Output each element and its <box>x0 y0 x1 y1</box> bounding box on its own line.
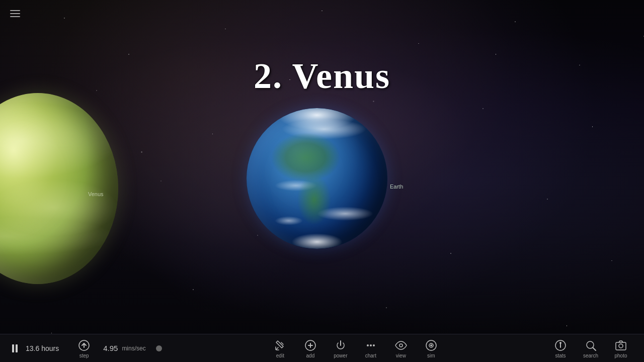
view-icon <box>394 338 408 352</box>
step-tool[interactable]: step <box>69 336 99 360</box>
view-label: view <box>396 353 406 358</box>
speed-display: 4.95 <box>103 344 118 352</box>
search-label: search <box>583 353 598 358</box>
search-icon <box>584 338 598 352</box>
add-tool[interactable]: add <box>295 336 326 360</box>
step-label: step <box>79 353 89 358</box>
edit-tool[interactable]: edit <box>265 336 295 360</box>
svg-point-18 <box>619 344 623 348</box>
svg-line-16 <box>593 347 596 350</box>
power-tool[interactable]: power <box>326 336 356 360</box>
menu-button[interactable] <box>10 10 20 17</box>
stats-icon <box>553 338 568 352</box>
svg-point-14 <box>560 342 561 343</box>
earth-planet[interactable] <box>247 108 387 249</box>
earth-label: Earth <box>390 184 403 190</box>
edit-icon <box>273 338 287 352</box>
chart-tool[interactable]: chart <box>356 336 386 360</box>
sim-label: sim <box>427 353 435 358</box>
svg-point-11 <box>431 345 432 346</box>
toolbar: 13.6 hours step 4.95 mins/sec edit <box>0 334 644 362</box>
chart-label: chart <box>365 353 376 358</box>
stats-label: stats <box>555 353 566 358</box>
svg-point-8 <box>399 344 403 347</box>
power-icon <box>334 338 348 352</box>
pause-icon <box>12 344 18 352</box>
view-tool[interactable]: view <box>386 336 416 360</box>
speed-unit: mins/sec <box>122 345 145 352</box>
sim-icon <box>424 338 438 352</box>
venus-label: Venus <box>88 191 104 197</box>
search-tool[interactable]: search <box>576 336 606 360</box>
pause-button[interactable] <box>8 342 22 354</box>
photo-icon <box>614 338 628 352</box>
chart-icon <box>364 338 378 352</box>
power-label: power <box>334 353 347 358</box>
stats-tool[interactable]: stats <box>545 336 576 360</box>
slider-handle[interactable] <box>156 345 162 351</box>
time-display: 13.6 hours <box>26 344 59 352</box>
sim-tool[interactable]: sim <box>416 336 446 360</box>
speed-slider[interactable] <box>156 345 162 351</box>
svg-point-7 <box>373 344 375 346</box>
svg-point-5 <box>367 344 369 346</box>
add-icon <box>303 338 317 352</box>
svg-point-6 <box>370 344 372 346</box>
planet-title: 2. Venus <box>254 55 390 97</box>
step-icon <box>77 338 91 352</box>
add-label: add <box>306 353 315 358</box>
photo-tool[interactable]: photo <box>606 336 636 360</box>
photo-label: photo <box>614 353 627 358</box>
edit-label: edit <box>276 353 284 358</box>
